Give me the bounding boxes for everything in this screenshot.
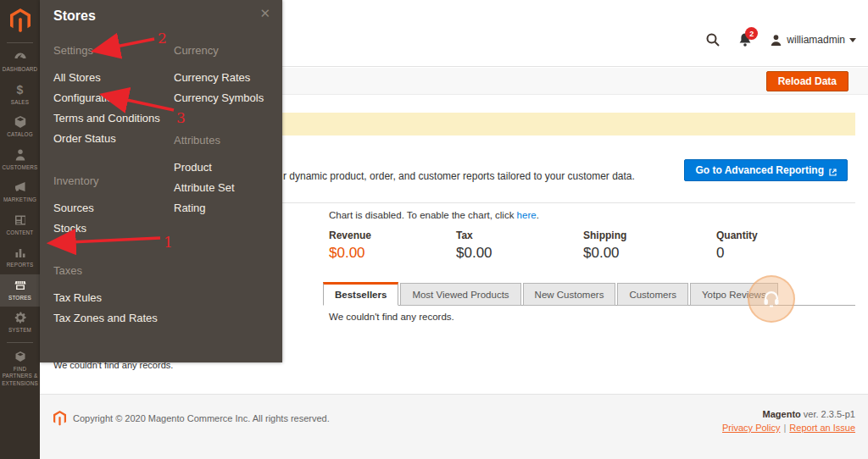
external-link-icon xyxy=(829,167,837,174)
advanced-reporting-button-label: Go to Advanced Reporting xyxy=(695,164,824,176)
sidebar-item-customers[interactable]: CUSTOMERS xyxy=(0,144,40,177)
menu-item-attribute-set[interactable]: Attribute Set xyxy=(174,178,286,198)
flyout-column-left: Settings All Stores Configuration Terms … xyxy=(53,44,165,354)
close-icon[interactable]: ✕ xyxy=(259,7,270,19)
magento-footer-logo-icon xyxy=(53,411,66,425)
section-header-attributes: Attributes xyxy=(174,134,286,147)
copyright-text: Copyright © 2020 Magento Commerce Inc. A… xyxy=(73,413,330,423)
sidebar-label: CATALOG xyxy=(7,131,33,139)
extensions-gift-icon xyxy=(14,350,27,363)
reload-data-button[interactable]: Reload Data xyxy=(766,71,849,91)
menu-item-sources[interactable]: Sources xyxy=(53,198,165,218)
shipping-label: Shipping xyxy=(583,230,710,241)
catalog-box-icon xyxy=(14,115,27,129)
total-tax: Tax $0.00 xyxy=(456,230,583,262)
sidebar-item-find-partners[interactable]: FIND PARTNERS & EXTENSIONS xyxy=(0,346,40,393)
menu-item-tax-zones-and-rates[interactable]: Tax Zones and Rates xyxy=(53,308,165,329)
support-chat-bubble[interactable] xyxy=(748,275,795,323)
magento-logo-icon xyxy=(10,8,31,32)
sidebar-item-sales[interactable]: $ SALES xyxy=(0,79,40,112)
link-separator: | xyxy=(783,423,786,433)
notifications-bell-icon[interactable]: 2 xyxy=(737,32,753,47)
notification-count-badge: 2 xyxy=(745,27,758,40)
tab-most-viewed-products[interactable]: Most Viewed Products xyxy=(400,283,520,306)
search-icon[interactable] xyxy=(705,32,721,47)
tax-label: Tax xyxy=(456,230,583,241)
tab-bestsellers[interactable]: Bestsellers xyxy=(323,282,398,306)
menu-item-tax-rules[interactable]: Tax Rules xyxy=(53,288,165,308)
chart-message-suffix: . xyxy=(537,210,539,220)
flyout-section-attributes: Attributes Product Attribute Set Rating xyxy=(174,134,286,218)
stores-flyout-menu: Stores ✕ Settings All Stores Configurati… xyxy=(40,0,282,362)
sidebar-label: MARKETING xyxy=(3,196,36,204)
menu-item-configuration[interactable]: Configuration xyxy=(53,88,165,108)
sidebar-item-content[interactable]: CONTENT xyxy=(0,209,40,242)
sidebar-label: REPORTS xyxy=(7,262,34,269)
flyout-section-taxes: Taxes Tax Rules Tax Zones and Rates xyxy=(53,264,165,329)
menu-item-terms-and-conditions[interactable]: Terms and Conditions xyxy=(53,108,165,129)
chart-message-prefix: Chart is disabled. To enable the chart, … xyxy=(329,210,517,220)
admin-sidebar: DASHBOARD $ SALES CATALOG CUSTOMERS MARK… xyxy=(0,0,40,459)
sidebar-divider xyxy=(7,42,33,43)
sidebar-item-catalog[interactable]: CATALOG xyxy=(0,111,40,144)
sidebar-label: CONTENT xyxy=(7,230,34,237)
sidebar-item-reports[interactable]: REPORTS xyxy=(0,241,40,274)
tab-customers[interactable]: Customers xyxy=(617,283,688,306)
menu-item-currency-symbols[interactable]: Currency Symbols xyxy=(174,88,286,108)
quantity-label: Quantity xyxy=(716,230,843,241)
sidebar-item-marketing[interactable]: MARKETING xyxy=(0,176,40,209)
section-header-settings: Settings xyxy=(53,44,165,58)
quantity-value: 0 xyxy=(716,245,843,262)
sidebar-label: DASHBOARD xyxy=(3,66,38,74)
go-to-advanced-reporting-button[interactable]: Go to Advanced Reporting xyxy=(684,159,848,181)
headphones-icon xyxy=(760,288,782,310)
tab-new-customers[interactable]: New Customers xyxy=(523,283,616,306)
sidebar-label: STORES xyxy=(8,295,31,302)
menu-item-order-status[interactable]: Order Status xyxy=(53,129,165,149)
enable-chart-link[interactable]: here xyxy=(517,210,537,220)
dashboard-gauge-icon xyxy=(14,50,27,64)
sidebar-divider xyxy=(7,342,33,343)
tax-value: $0.00 xyxy=(456,245,583,262)
report-an-issue-link[interactable]: Report an Issue xyxy=(789,423,855,433)
sidebar-item-dashboard[interactable]: DASHBOARD xyxy=(0,46,40,79)
flyout-section-settings: Settings All Stores Configuration Terms … xyxy=(53,44,165,149)
megaphone-icon xyxy=(14,180,27,194)
total-quantity: Quantity 0 xyxy=(716,230,843,262)
tab-panel-empty-message: We couldn't find any records. xyxy=(329,312,454,322)
dollar-icon: $ xyxy=(17,83,24,97)
section-header-inventory: Inventory xyxy=(53,174,165,188)
menu-item-rating[interactable]: Rating xyxy=(174,198,286,218)
user-avatar-icon xyxy=(770,34,782,47)
flyout-column-right: Currency Currency Rates Currency Symbols… xyxy=(174,44,286,244)
flyout-title: Stores xyxy=(53,8,96,24)
menu-item-product[interactable]: Product xyxy=(174,158,286,178)
brand-name: Magento xyxy=(763,409,801,419)
total-shipping: Shipping $0.00 xyxy=(583,230,710,262)
bar-chart-icon xyxy=(14,246,27,259)
content-page-icon xyxy=(14,213,27,227)
sidebar-item-system[interactable]: SYSTEM xyxy=(0,307,40,340)
user-menu[interactable]: williamadmin xyxy=(770,34,856,47)
sidebar-item-stores[interactable]: STORES xyxy=(0,274,40,307)
footer: Copyright © 2020 Magento Commerce Inc. A… xyxy=(40,394,868,459)
flyout-section-inventory: Inventory Sources Stocks xyxy=(53,174,165,239)
username-label: williamadmin xyxy=(787,34,845,46)
total-revenue: Revenue $0.00 xyxy=(329,230,456,262)
magento-logo[interactable] xyxy=(0,0,40,40)
version-text: ver. 2.3.5-p1 xyxy=(801,409,855,419)
menu-item-stocks[interactable]: Stocks xyxy=(53,218,165,239)
sidebar-label: SALES xyxy=(11,99,29,107)
storefront-icon xyxy=(14,279,27,292)
shipping-value: $0.00 xyxy=(583,245,710,262)
menu-item-all-stores[interactable]: All Stores xyxy=(53,68,165,88)
sidebar-label: CUSTOMERS xyxy=(3,164,38,172)
sidebar-label: FIND PARTNERS & EXTENSIONS xyxy=(1,366,39,388)
chevron-down-icon xyxy=(849,38,856,42)
privacy-policy-link[interactable]: Privacy Policy xyxy=(722,423,780,433)
section-header-currency: Currency xyxy=(174,44,286,58)
section-header-taxes: Taxes xyxy=(53,264,165,278)
gear-icon xyxy=(14,311,27,324)
menu-item-currency-rates[interactable]: Currency Rates xyxy=(174,68,286,88)
flyout-section-currency: Currency Currency Rates Currency Symbols xyxy=(174,44,286,108)
